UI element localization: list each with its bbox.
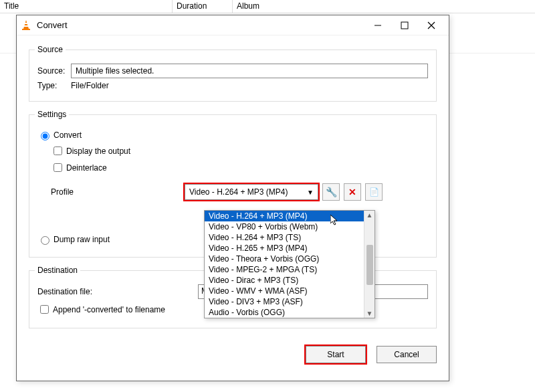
profile-option[interactable]: Audio - Vorbis (OGG) bbox=[205, 307, 364, 318]
svg-marker-0 bbox=[23, 20, 29, 29]
source-legend: Source bbox=[35, 45, 66, 54]
source-group: Source Source: Multiple files selected. … bbox=[29, 45, 437, 102]
titlebar[interactable]: Convert bbox=[17, 15, 449, 35]
svg-rect-3 bbox=[22, 29, 30, 30]
maximize-button[interactable] bbox=[391, 16, 418, 35]
convert-dialog: Convert Source Source: Multiple files se… bbox=[16, 15, 449, 381]
profile-dropdown[interactable]: Video - H.264 + MP3 (MP4) ▼ bbox=[185, 184, 318, 200]
deinterlace-label: Deinterlace bbox=[66, 163, 107, 173]
profile-option[interactable]: Video - DIV3 + MP3 (ASF) bbox=[205, 296, 364, 307]
source-field[interactable]: Multiple files selected. bbox=[71, 64, 428, 78]
destination-legend: Destination bbox=[35, 266, 80, 275]
profile-option[interactable]: Video - Theora + Vorbis (OGG) bbox=[205, 254, 364, 264]
profile-option[interactable]: Video - H.265 + MP3 (MP4) bbox=[205, 243, 364, 254]
scroll-up-icon[interactable]: ▲ bbox=[366, 211, 373, 219]
scroll-thumb[interactable] bbox=[366, 245, 373, 285]
source-label: Source: bbox=[37, 66, 71, 76]
display-output-input[interactable] bbox=[54, 146, 62, 155]
dialog-footer: Start Cancel bbox=[17, 342, 449, 363]
svg-rect-5 bbox=[401, 22, 408, 29]
wrench-icon: 🔧 bbox=[326, 187, 337, 197]
settings-legend: Settings bbox=[35, 110, 69, 119]
dump-raw-input[interactable] bbox=[41, 236, 49, 245]
settings-group: Settings Convert Display the output Dein… bbox=[29, 110, 437, 258]
profile-dropdown-list[interactable]: Video - H.264 + MP3 (MP4) Video - VP80 +… bbox=[204, 210, 375, 318]
playlist-header: Title Duration Album bbox=[0, 0, 535, 13]
profile-options-list: Video - H.264 + MP3 (MP4) Video - VP80 +… bbox=[205, 211, 364, 318]
deinterlace-input[interactable] bbox=[54, 163, 62, 172]
svg-rect-1 bbox=[25, 23, 28, 24]
cancel-button[interactable]: Cancel bbox=[377, 346, 437, 363]
dump-raw-label: Dump raw input bbox=[54, 235, 110, 244]
new-profile-icon: 📄 bbox=[369, 187, 379, 197]
convert-radio-input[interactable] bbox=[41, 132, 49, 140]
scroll-down-icon[interactable]: ▼ bbox=[366, 309, 373, 318]
convert-radio-label: Convert bbox=[54, 130, 82, 140]
profile-option[interactable]: Video - WMV + WMA (ASF) bbox=[205, 286, 364, 296]
start-button[interactable]: Start bbox=[306, 346, 366, 363]
profile-option[interactable]: Video - H.264 + MP3 (MP4) bbox=[205, 211, 364, 221]
minimize-button[interactable] bbox=[364, 16, 391, 35]
delete-icon: ✕ bbox=[348, 187, 356, 197]
profile-option[interactable]: Video - MPEG-2 + MPGA (TS) bbox=[205, 264, 364, 275]
display-output-label: Display the output bbox=[66, 146, 130, 156]
display-output-checkbox[interactable]: Display the output bbox=[51, 144, 428, 157]
svg-rect-2 bbox=[24, 25, 28, 27]
dest-file-label: Destination file: bbox=[37, 287, 198, 296]
dropdown-scrollbar[interactable]: ▲ ▼ bbox=[364, 211, 374, 318]
profile-option[interactable]: Video - Dirac + MP3 (TS) bbox=[205, 275, 364, 286]
type-value: File/Folder bbox=[71, 81, 109, 90]
column-title[interactable]: Title bbox=[0, 0, 173, 13]
append-converted-input[interactable] bbox=[40, 305, 49, 314]
edit-profile-button[interactable]: 🔧 bbox=[322, 183, 340, 201]
deinterlace-checkbox[interactable]: Deinterlace bbox=[51, 161, 428, 174]
close-button[interactable] bbox=[418, 16, 445, 35]
chevron-down-icon: ▼ bbox=[307, 189, 314, 196]
profile-selected-value: Video - H.264 + MP3 (MP4) bbox=[189, 187, 288, 197]
source-value: Multiple files selected. bbox=[76, 66, 154, 76]
new-profile-button[interactable]: 📄 bbox=[365, 183, 383, 201]
column-album[interactable]: Album bbox=[233, 0, 535, 13]
type-label: Type: bbox=[37, 81, 71, 90]
append-converted-label: Append '-converted' to filename bbox=[53, 305, 165, 314]
column-duration[interactable]: Duration bbox=[173, 0, 233, 13]
profile-option[interactable]: Video - H.264 + MP3 (TS) bbox=[205, 232, 364, 243]
profile-label: Profile bbox=[37, 187, 185, 197]
profile-option[interactable]: Video - VP80 + Vorbis (Webm) bbox=[205, 221, 364, 232]
dialog-title: Convert bbox=[37, 20, 364, 30]
convert-radio[interactable]: Convert bbox=[37, 130, 428, 140]
vlc-cone-icon bbox=[21, 20, 31, 31]
delete-profile-button[interactable]: ✕ bbox=[344, 183, 361, 201]
